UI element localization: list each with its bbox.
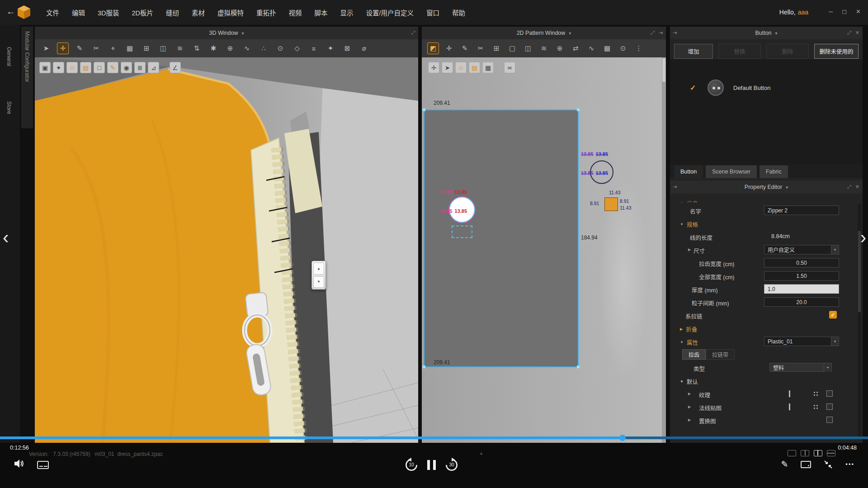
menu-item[interactable]: 脚本 (308, 0, 334, 25)
tool-icon[interactable]: ⇅ (191, 42, 203, 54)
tool-icon[interactable]: ⊠ (341, 42, 353, 54)
menu-item[interactable]: 窗口 (420, 0, 446, 25)
more-options-icon[interactable]: ••• (845, 461, 854, 468)
tool-icon[interactable]: ✦ (325, 42, 336, 54)
viewport-2d[interactable]: 209.41 209.41 184.94 13.8513.85 13.8513.… (422, 57, 666, 443)
tool-icon[interactable]: ∿ (241, 42, 253, 54)
tool-icon[interactable]: ✱ (208, 42, 219, 54)
menu-item[interactable]: 编辑 (66, 0, 91, 25)
view-tool-icon[interactable]: ✎ (107, 62, 118, 73)
menu-item[interactable]: 视频 (283, 0, 308, 25)
tool-icon[interactable]: ✂ (475, 42, 486, 54)
pattern-handle[interactable] (423, 108, 425, 111)
dock-icon[interactable]: ⇥ (673, 184, 677, 190)
view-tool-icon[interactable]: ➤ (442, 62, 453, 73)
progress-handle[interactable] (619, 435, 626, 441)
rail-tab-store[interactable]: Store (6, 101, 12, 114)
tool-icon[interactable]: ≋ (538, 42, 550, 54)
delete-unused-button[interactable]: 删除未使用的 (814, 44, 859, 59)
minimize-icon[interactable]: ─ (829, 8, 833, 15)
size-dropdown[interactable]: 用户自定义 ▾ (764, 245, 839, 254)
tool-icon[interactable]: ✎ (459, 42, 471, 54)
selection-rect[interactable] (452, 225, 472, 238)
full-width-input[interactable]: 1.50 (764, 271, 839, 281)
section-attribute[interactable]: ▼ 属性 (680, 338, 698, 347)
view-tool-icon[interactable]: ≣ (134, 62, 146, 73)
view-tool-icon[interactable]: □ (94, 62, 105, 73)
popout-icon[interactable]: ⤢ (411, 30, 415, 36)
tool-icon[interactable]: ◫ (157, 42, 169, 54)
app-logo-cube[interactable] (16, 5, 32, 20)
pause-button[interactable] (426, 458, 437, 472)
menu-item[interactable]: 虚拟模特 (211, 0, 250, 25)
triangle-icon[interactable]: ▶ (688, 248, 691, 252)
layout-horizontal-icon[interactable] (827, 450, 835, 456)
modular-configurator-tab[interactable]: Modular Configurator (21, 27, 33, 128)
slider-down-button[interactable]: ▼ (313, 276, 324, 288)
tool-icon[interactable]: ✎ (74, 42, 85, 54)
pattern-piece[interactable] (424, 109, 579, 367)
tool-icon[interactable]: ◇ (291, 42, 303, 54)
section-info[interactable]: ▼ 信息 (680, 199, 698, 202)
collapse-icon[interactable] (824, 460, 833, 469)
chevron-down-icon[interactable]: ▾ (831, 337, 839, 346)
menu-item[interactable]: 文件 (40, 0, 66, 25)
triangle-icon[interactable]: ▶ (688, 418, 691, 422)
tool-icon[interactable]: ⌖ (107, 42, 119, 54)
layout-single-icon[interactable] (788, 450, 796, 456)
tool-icon[interactable]: ▢ (506, 42, 518, 54)
scrollbar-2d[interactable] (662, 57, 666, 443)
tool-icon[interactable]: ✛ (443, 42, 455, 54)
zipper-subtab[interactable]: 拉齿 (682, 349, 706, 360)
name-input[interactable]: Zipper 2 (764, 206, 839, 215)
tool-icon[interactable]: ≋ (174, 42, 186, 54)
pattern-handle[interactable] (577, 366, 580, 368)
tool-icon[interactable]: ▦ (124, 42, 136, 54)
tool-icon[interactable]: ⌀ (358, 42, 370, 54)
attribute-dropdown[interactable]: Plastic_01 ▾ (764, 337, 839, 346)
tool-icon[interactable]: ⊕ (554, 42, 566, 54)
view-tool-icon[interactable]: ✛ (428, 62, 439, 73)
chevron-down-icon[interactable]: ▾ (241, 31, 244, 36)
chevron-down-icon[interactable]: ▾ (569, 31, 571, 36)
maximize-icon[interactable]: ◻ (842, 8, 847, 15)
section-spec[interactable]: ▼ 规格 (680, 220, 698, 229)
add-button[interactable]: 增加 (674, 44, 713, 59)
menu-item[interactable]: 2D板片 (126, 0, 160, 25)
normal-map-slider-handle[interactable] (789, 404, 790, 410)
chevron-down-icon[interactable]: ▾ (831, 245, 839, 254)
tool-icon[interactable]: ⊙ (617, 42, 629, 54)
tool-icon[interactable]: ◫ (522, 42, 534, 54)
close-icon[interactable]: ✕ (855, 184, 859, 190)
rewind-10-button[interactable]: 10 (404, 457, 419, 473)
menu-item[interactable]: 缝纫 (160, 0, 185, 25)
forward-30-button[interactable]: 30 (444, 457, 459, 473)
layout-quad-icon[interactable] (814, 450, 822, 456)
tool-icon[interactable]: ≡ (308, 42, 320, 54)
panel-tab[interactable]: Button (674, 165, 703, 178)
fasten-zipper-checkbox[interactable]: ✓ (829, 311, 837, 319)
chevron-down-icon[interactable]: ▾ (775, 31, 778, 36)
tool-icon[interactable]: ➤ (40, 42, 52, 54)
tool-icon[interactable]: ∴ (258, 42, 269, 54)
tool-icon[interactable]: ⋮ (633, 42, 645, 54)
tool-icon[interactable]: ◩ (427, 42, 439, 54)
tool-icon[interactable]: ∿ (585, 42, 597, 54)
menu-item[interactable]: 3D服装 (91, 0, 126, 25)
panel-tab[interactable]: Scene Browser (706, 165, 757, 178)
delete-button[interactable]: 删除 (766, 44, 809, 59)
subtitle-icon[interactable] (37, 461, 49, 469)
rail-tab-general[interactable]: General (6, 47, 12, 66)
grid-dots-icon[interactable] (814, 405, 815, 406)
view-tool-icon[interactable]: ✦ (53, 62, 64, 73)
view-tool-icon[interactable]: ☺ (66, 62, 78, 73)
previous-video-chevron[interactable]: ‹ (3, 228, 9, 246)
grid-dots-icon[interactable] (814, 392, 815, 393)
tool-icon[interactable]: ✛ (57, 42, 69, 54)
replace-button[interactable]: 替换 (718, 44, 761, 59)
menu-item[interactable]: 重拓扑 (250, 0, 283, 25)
popout-icon[interactable]: ⤢ (651, 30, 655, 36)
menu-item[interactable]: 设置/用户自定义 (360, 0, 420, 25)
viewport-3d[interactable]: ▣✦☺▤□✎◉≣⊿∠ ▲ ▼ (35, 57, 418, 443)
dock-icon[interactable]: ⇥ (659, 30, 663, 36)
